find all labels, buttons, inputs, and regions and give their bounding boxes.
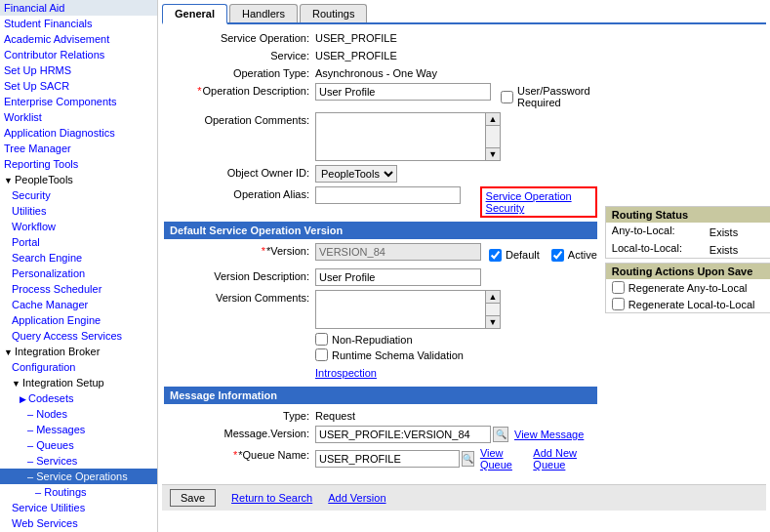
version-scroll-track <box>486 304 500 315</box>
scroll-up-btn[interactable]: ▲ <box>486 113 500 126</box>
version-comments-scrollbar: ▲ ▼ <box>486 290 501 329</box>
people-tools-expand-icon <box>4 176 13 185</box>
version-scroll-down-btn[interactable]: ▼ <box>486 315 500 328</box>
user-password-checkbox[interactable] <box>501 91 513 103</box>
sidebar-item-codesets[interactable]: Codesets <box>0 390 157 406</box>
sidebar-item-nodes[interactable]: – Nodes <box>0 406 157 422</box>
introspection-link[interactable]: Introspection <box>315 367 377 379</box>
sidebar-item-people-tools[interactable]: PeopleTools <box>0 172 157 187</box>
tab-handlers[interactable]: Handlers <box>229 4 298 22</box>
version-input[interactable] <box>315 243 481 261</box>
operation-alias-input[interactable] <box>315 186 461 204</box>
service-operation-value: USER_PROFILE <box>315 30 397 44</box>
add-new-queue-link[interactable]: Add New Queue <box>533 447 596 471</box>
object-owner-id-select[interactable]: PeopleTools <box>315 165 397 183</box>
view-queue-link[interactable]: View Queue <box>480 447 527 471</box>
sidebar-item-service-operations[interactable]: – Service Operations <box>0 469 157 484</box>
sidebar-item-tree-manager[interactable]: Tree Manager <box>0 141 157 156</box>
version-label: *Version: <box>164 243 315 257</box>
operation-comments-textarea[interactable] <box>315 112 486 161</box>
message-version-row: Message.Version: 🔍 View Message <box>164 426 597 443</box>
tab-general[interactable]: General <box>162 4 227 24</box>
message-version-search-icon[interactable]: 🔍 <box>493 427 508 442</box>
sidebar-item-queues[interactable]: – Queues <box>0 437 157 453</box>
sidebar-item-process-scheduler[interactable]: Process Scheduler <box>0 281 157 297</box>
sidebar-item-application-engine[interactable]: Application Engine <box>0 312 157 328</box>
textarea-scrollbar: ▲ ▼ <box>486 112 501 161</box>
sidebar-item-set-up-sacr[interactable]: Set Up SACR <box>0 78 157 94</box>
sidebar-item-messages[interactable]: – Messages <box>0 422 157 437</box>
sidebar-item-portal[interactable]: Portal <box>0 234 157 250</box>
introspection-container: Introspection <box>315 367 597 379</box>
version-comments-row: Version Comments: ▲ ▼ <box>164 290 597 329</box>
sidebar-item-routings[interactable]: – Routings <box>0 484 157 500</box>
sidebar-item-security[interactable]: Security <box>0 187 157 203</box>
tab-routings[interactable]: Routings <box>300 4 367 22</box>
operation-comments-row: Operation Comments: ▲ ▼ <box>164 112 597 161</box>
operation-comments-container: ▲ ▼ <box>315 112 501 161</box>
operation-alias-row: Operation Alias: Service Operation Secur… <box>164 186 597 218</box>
message-version-input[interactable] <box>315 426 491 443</box>
operation-alias-label: Operation Alias: <box>164 186 315 200</box>
sidebar-item-financial-aid[interactable]: Financial Aid <box>0 0 157 16</box>
queue-name-input[interactable] <box>315 450 460 468</box>
active-checkbox[interactable] <box>551 249 564 262</box>
sidebar-item-integration-setup[interactable]: Integration Setup <box>0 375 157 390</box>
sidebar-item-application-diagnostics[interactable]: Application Diagnostics <box>0 125 157 141</box>
version-left: *Version: <box>164 243 481 265</box>
sidebar-item-services[interactable]: – Services <box>0 453 157 469</box>
sidebar-item-integration-broker[interactable]: Integration Broker <box>0 344 157 359</box>
local-to-local-label: Local-to-Local: <box>612 242 709 256</box>
operation-description-input[interactable] <box>315 83 491 101</box>
sidebar-item-contributor-relations[interactable]: Contributor Relations <box>0 47 157 62</box>
regenerate-any-label: Regenerate Any-to-Local <box>628 282 748 294</box>
service-value: USER_PROFILE <box>315 48 397 61</box>
sidebar-item-student-financials[interactable]: Student Financials <box>0 16 157 31</box>
checkboxes-area: Non-Repudiation Runtime Schema Validatio… <box>315 333 597 361</box>
sidebar-item-workflow[interactable]: Workflow <box>0 219 157 234</box>
sidebar: Financial Aid Student Financials Academi… <box>0 0 158 532</box>
service-operation-label: Service Operation: <box>164 30 315 44</box>
active-label: Active <box>568 249 597 261</box>
queue-name-search-icon[interactable]: 🔍 <box>462 451 474 467</box>
message-info-header: Message Information <box>164 387 597 404</box>
sidebar-item-search-engine[interactable]: Search Engine <box>0 250 157 266</box>
user-password-label: User/Password Required <box>517 85 597 108</box>
sidebar-item-configuration[interactable]: Configuration <box>0 359 157 375</box>
default-checkbox[interactable] <box>489 249 502 262</box>
runtime-schema-checkbox[interactable] <box>315 348 328 361</box>
version-scroll-up-btn[interactable]: ▲ <box>486 291 500 304</box>
version-desc-input[interactable] <box>315 268 481 286</box>
scroll-track <box>486 126 500 147</box>
return-to-search-link[interactable]: Return to Search <box>231 492 312 504</box>
regenerate-local-checkbox[interactable] <box>612 298 625 310</box>
operation-type-value: Asynchronous - One Way <box>315 65 437 79</box>
sidebar-item-cache-manager[interactable]: Cache Manager <box>0 297 157 312</box>
sidebar-item-utilities[interactable]: Utilities <box>0 203 157 219</box>
save-button[interactable]: Save <box>170 489 216 507</box>
view-message-link[interactable]: View Message <box>514 429 584 440</box>
version-comments-label: Version Comments: <box>164 290 315 304</box>
sidebar-item-web-services[interactable]: Web Services <box>0 515 157 531</box>
version-comments-textarea[interactable] <box>315 290 486 329</box>
sidebar-item-enterprise-components[interactable]: Enterprise Components <box>0 94 157 109</box>
queue-name-row: *Queue Name: 🔍 View Queue Add New Queue <box>164 447 597 471</box>
sidebar-item-reporting-tools[interactable]: Reporting Tools <box>0 156 157 172</box>
sidebar-item-set-up-hrms[interactable]: Set Up HRMS <box>0 62 157 78</box>
sidebar-item-service-utilities[interactable]: Service Utilities <box>0 500 157 515</box>
regenerate-any-checkbox[interactable] <box>612 281 625 294</box>
sidebar-item-worklist[interactable]: Worklist <box>0 109 157 125</box>
default-active-area: Default Active <box>489 243 597 265</box>
version-comments-container: ▲ ▼ <box>315 290 501 329</box>
right-col: Routing Status Any-to-Local: Exists Loca… <box>605 30 770 474</box>
sidebar-item-academic-advisement[interactable]: Academic Advisement <box>0 31 157 47</box>
default-version-header: Default Service Operation Version <box>164 222 597 239</box>
sidebar-item-query-access-services[interactable]: Query Access Services <box>0 328 157 344</box>
non-repudiation-checkbox[interactable] <box>315 333 328 346</box>
scroll-down-btn[interactable]: ▼ <box>486 147 500 160</box>
local-to-local-value: Exists <box>709 242 738 256</box>
sidebar-item-personalization[interactable]: Personalization <box>0 266 157 281</box>
add-version-link[interactable]: Add Version <box>328 492 385 504</box>
service-operation-security-button[interactable]: Service Operation Security <box>480 186 597 218</box>
default-label: Default <box>506 249 540 261</box>
